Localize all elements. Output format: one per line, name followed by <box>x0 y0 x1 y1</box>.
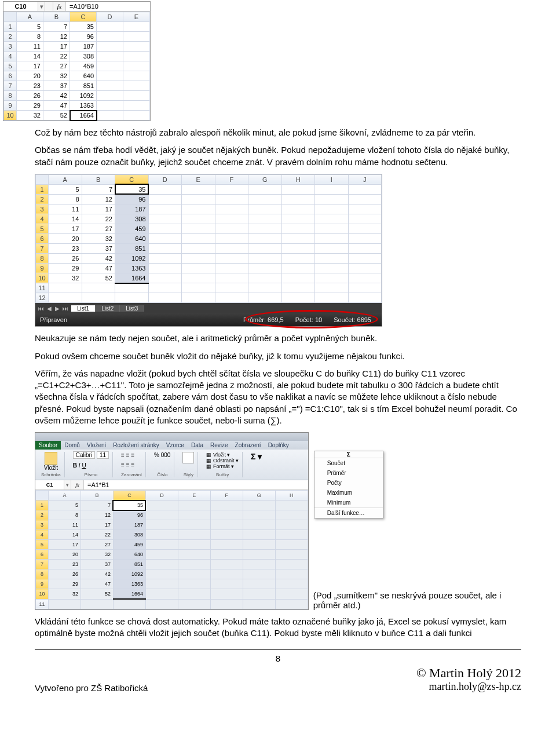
table-row[interactable]: 12 <box>36 293 382 303</box>
cell[interactable]: 1363 <box>70 101 97 111</box>
table-row[interactable]: 826421092 <box>4 91 150 101</box>
cell[interactable]: 308 <box>113 530 145 540</box>
cell[interactable]: 27 <box>43 61 70 71</box>
spreadsheet-grid-top[interactable]: A B C D E 15735 281296 31117187 41422308… <box>3 12 150 120</box>
cell-active[interactable]: 35 <box>113 501 145 510</box>
cell[interactable]: 5 <box>49 184 82 194</box>
table-row[interactable]: 281296 <box>4 32 150 42</box>
row-header[interactable]: 3 <box>36 520 49 530</box>
cell[interactable]: 1092 <box>115 253 149 263</box>
row-header[interactable]: 7 <box>36 243 49 253</box>
cell[interactable]: 640 <box>115 233 149 243</box>
cell[interactable] <box>123 81 150 91</box>
col-header[interactable]: C <box>113 491 145 501</box>
cell[interactable]: 32 <box>43 71 70 81</box>
table-row[interactable]: 62032640 <box>4 71 150 81</box>
cell[interactable] <box>97 22 123 32</box>
fx-icon[interactable]: fx <box>71 480 84 490</box>
tab-scrollers[interactable]: ⏮◀▶⏭ <box>35 305 71 312</box>
col-header[interactable]: B <box>43 12 70 22</box>
row-header[interactable]: 6 <box>36 233 49 243</box>
table-row[interactable]: 41422308 <box>36 530 308 540</box>
cell[interactable]: 14 <box>49 530 81 540</box>
row-header[interactable]: 10 <box>36 589 49 600</box>
table-row[interactable]: 31117187 <box>36 204 382 214</box>
cell[interactable]: 23 <box>49 243 82 253</box>
col-header[interactable]: A <box>17 12 43 22</box>
name-box[interactable]: C1 <box>35 480 64 490</box>
table-row[interactable]: 72337851 <box>36 243 382 253</box>
row-header[interactable]: 8 <box>4 91 17 101</box>
cell[interactable]: 308 <box>70 52 97 61</box>
cell[interactable]: 52 <box>43 111 70 120</box>
table-row[interactable]: 31117187 <box>4 42 150 52</box>
ribbon-tab[interactable]: Zobrazení <box>232 441 265 450</box>
cell[interactable] <box>97 32 123 42</box>
cell[interactable]: 26 <box>49 253 82 263</box>
spreadsheet-grid-small[interactable]: A B C D E F G H 15735 281296 31117187 41… <box>35 490 308 609</box>
table-row[interactable]: 1032521664 <box>36 273 382 283</box>
cell[interactable]: 187 <box>113 520 145 530</box>
cell[interactable] <box>123 71 150 81</box>
cell[interactable] <box>123 52 150 61</box>
formula-bar[interactable]: =A1*B1 <box>84 480 308 490</box>
row-header[interactable]: 10 <box>4 111 17 120</box>
cell[interactable]: 17 <box>82 204 115 214</box>
formula-bar[interactable]: =A10*B10 <box>66 2 150 11</box>
row-header[interactable]: 1 <box>36 501 49 510</box>
row-header[interactable]: 2 <box>36 510 49 520</box>
cell[interactable] <box>123 91 150 101</box>
cell[interactable]: 11 <box>17 42 43 52</box>
cell[interactable]: 42 <box>82 253 115 263</box>
table-row[interactable]: 15735 <box>36 184 382 194</box>
cell[interactable]: 14 <box>49 214 82 224</box>
table-row[interactable]: 15735 <box>36 501 308 510</box>
select-all-corner[interactable] <box>4 12 17 22</box>
delete-button[interactable]: ▦ Odstranit ▾ <box>206 458 239 463</box>
cell-active[interactable]: 1664 <box>70 111 97 120</box>
cell[interactable]: 17 <box>43 42 70 52</box>
cell[interactable]: 20 <box>49 233 82 243</box>
cell[interactable]: 32 <box>49 273 82 283</box>
row-header[interactable]: 11 <box>36 283 49 293</box>
row-header[interactable]: 7 <box>36 560 49 569</box>
sheet-tab[interactable]: List1 <box>71 305 96 312</box>
select-all-corner[interactable] <box>36 491 49 501</box>
cell[interactable]: 1363 <box>115 263 149 273</box>
sheet-tab[interactable]: List2 <box>96 305 120 312</box>
autosum-button[interactable]: Σ ▾ <box>251 452 262 461</box>
row-header[interactable]: 4 <box>4 52 17 61</box>
cell[interactable]: 17 <box>81 520 113 530</box>
col-header[interactable]: A <box>49 174 82 184</box>
cell[interactable]: 12 <box>82 194 115 204</box>
table-row[interactable]: 72337851 <box>36 560 308 569</box>
cell[interactable]: 47 <box>43 101 70 111</box>
cell[interactable]: 47 <box>82 263 115 273</box>
ribbon-tab[interactable]: Domů <box>61 441 83 450</box>
cell[interactable]: 7 <box>81 501 113 510</box>
cell[interactable]: 7 <box>43 22 70 32</box>
cell[interactable]: 32 <box>82 233 115 243</box>
col-header[interactable]: E <box>182 174 215 184</box>
cell[interactable]: 29 <box>17 101 43 111</box>
menu-item-average[interactable]: Průměr <box>314 468 383 478</box>
row-header[interactable]: 6 <box>36 550 49 560</box>
cell[interactable]: 22 <box>43 52 70 61</box>
menu-item-count[interactable]: Počty <box>314 478 383 488</box>
cell[interactable] <box>123 22 150 32</box>
cell[interactable]: 96 <box>113 510 145 520</box>
table-row[interactable]: 1032521664 <box>36 589 308 600</box>
col-header[interactable]: H <box>275 491 308 501</box>
row-header[interactable]: 12 <box>36 293 49 303</box>
cell[interactable]: 12 <box>43 32 70 42</box>
row-header[interactable]: 3 <box>36 204 49 214</box>
menu-item-min[interactable]: Minimum <box>314 498 383 507</box>
cell[interactable]: 640 <box>113 550 145 560</box>
row-header[interactable]: 9 <box>4 101 17 111</box>
cell[interactable]: 8 <box>17 32 43 42</box>
cell[interactable]: 1092 <box>113 569 145 579</box>
row-header[interactable]: 5 <box>36 224 49 233</box>
cell[interactable]: 1664 <box>115 273 149 283</box>
col-header[interactable]: D <box>145 491 178 501</box>
ribbon-tab[interactable]: Rozložení stránky <box>109 441 162 450</box>
